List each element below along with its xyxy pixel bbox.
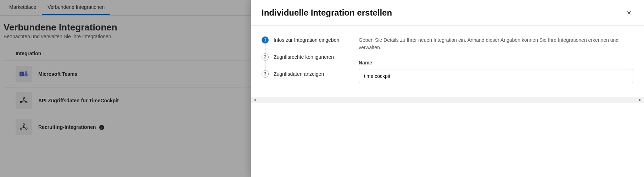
- svg-point-10: [26, 128, 27, 129]
- step-1[interactable]: 1 Infos zur Integration eingeben: [262, 36, 343, 53]
- panel-header: Individuelle Integration erstellen ✕: [251, 0, 644, 26]
- svg-point-7: [23, 100, 24, 101]
- svg-text:T: T: [21, 72, 23, 76]
- svg-rect-3: [24, 73, 28, 76]
- teams-icon: T: [16, 66, 32, 82]
- stepper: 1 Infos zur Integration eingeben 2 Zugri…: [262, 36, 343, 177]
- integration-name: Microsoft Teams: [38, 71, 77, 77]
- step-number: 2: [262, 53, 269, 61]
- horizontal-scrollbar[interactable]: ◄ ►: [251, 97, 644, 103]
- svg-point-5: [20, 101, 22, 103]
- step-3[interactable]: 3 Zugriffsdaten anzeigen: [262, 70, 343, 78]
- step-connector: [265, 44, 265, 53]
- scroll-right-icon[interactable]: ►: [639, 98, 642, 102]
- step-number: 1: [262, 36, 269, 44]
- create-integration-panel: Individuelle Integration erstellen ✕ 1 I…: [251, 0, 644, 177]
- recruiting-icon: [16, 119, 32, 135]
- svg-point-6: [26, 101, 27, 103]
- scroll-left-icon[interactable]: ◄: [253, 98, 256, 102]
- step-2[interactable]: 2 Zugriffsrechte konfigurieren: [262, 53, 343, 70]
- api-icon: [16, 92, 32, 109]
- step-label: Zugriffsrechte konfigurieren: [274, 54, 334, 60]
- step-label: Zugriffsdaten anzeigen: [274, 71, 324, 77]
- info-icon[interactable]: i: [99, 125, 104, 130]
- form-area: Geben Sie Details zu Ihrer neuen Integra…: [359, 36, 633, 177]
- name-input[interactable]: [359, 69, 633, 83]
- svg-point-4: [23, 97, 24, 98]
- svg-point-2: [25, 71, 27, 73]
- tab-connected-integrations[interactable]: Verbundene Integrationen: [42, 0, 110, 15]
- close-icon[interactable]: ✕: [624, 8, 633, 17]
- tab-marketplace[interactable]: Marketplace: [4, 0, 42, 15]
- step-label: Infos zur Integration eingeben: [274, 37, 339, 43]
- name-label: Name: [359, 60, 633, 65]
- integration-name: API Zugriffsdaten für TimeCockpit: [38, 98, 119, 103]
- form-description: Geben Sie Details zu Ihrer neuen Integra…: [359, 36, 633, 51]
- svg-point-11: [23, 126, 24, 127]
- svg-point-8: [23, 124, 24, 125]
- integration-name: Recruiting-Integrationen i: [38, 124, 104, 130]
- svg-point-9: [20, 128, 22, 129]
- integration-name-label: Recruiting-Integrationen: [38, 124, 96, 130]
- step-number: 3: [262, 70, 269, 78]
- panel-title: Individuelle Integration erstellen: [262, 8, 392, 18]
- step-connector: [265, 61, 265, 70]
